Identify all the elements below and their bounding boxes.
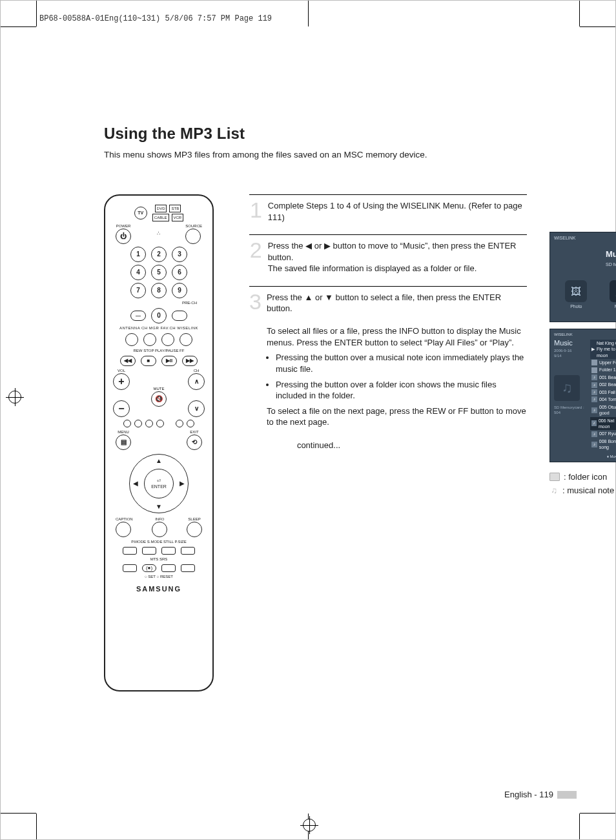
continued-text: continued... <box>249 440 388 451</box>
arrow-down-icon: ▼ <box>156 502 162 511</box>
info-label: INFO <box>152 517 167 522</box>
digit-5: 5 <box>151 265 167 280</box>
vcr-label: VCR <box>172 214 184 221</box>
bullet: Pressing the button over a folder icon s… <box>276 379 527 402</box>
step-2: 2 Press the ◀ or ▶ button to move to “Mu… <box>249 240 527 274</box>
stop-icon: ■ <box>141 356 156 366</box>
cable-label: CABLE <box>152 214 169 221</box>
nav-ring: ▲ ▼ ◀ ▶ ⏎ENTER <box>129 454 189 513</box>
transport-labels: REW STOP PLAY/PAUSE FF <box>112 349 206 353</box>
musical-note-icon: ♫ <box>549 486 559 495</box>
list-item: ♪002 Beatles-Yesterday00:04:28 <box>590 381 616 388</box>
tv-button: TV <box>134 207 147 220</box>
digit-3: 3 <box>172 247 187 262</box>
caption-label: CAPTION <box>116 517 133 522</box>
page-footer: English - 119 <box>504 789 577 801</box>
play-pause-icon: ▶II <box>161 356 177 366</box>
ff-icon: ▶▶ <box>182 356 198 366</box>
step-3: 3 Press the ▲ or ▼ button to select a fi… <box>249 292 527 428</box>
list-item: ♪005 Otua Manglore-Feel So good00:04:05 <box>590 404 616 417</box>
arrow-right-icon: ▶ <box>180 479 185 488</box>
intro-text: This menu shows MP3 files from among the… <box>104 149 577 161</box>
remote-illustration: TV DVD STB CABLE VCR <box>104 194 214 691</box>
musical-note-icon: ♪ <box>591 420 597 426</box>
bullet: Pressing the button over a musical note … <box>276 352 527 374</box>
musical-note-icon: ♪ <box>591 382 597 388</box>
prech-button <box>172 311 187 321</box>
music-icon: 🎵 <box>610 280 616 302</box>
digit-8: 8 <box>151 283 167 298</box>
menu-label: MENU <box>116 430 131 435</box>
source-button <box>185 229 201 244</box>
brand-logo: SAMSUNG <box>112 584 206 594</box>
source-label: SOURCE <box>185 224 202 229</box>
screenshot-music-menu: WISELINK Music SD Memorycard/ 504 🖼Photo… <box>549 232 616 322</box>
menu-icon: ▤ <box>116 435 131 450</box>
ch-label: CH <box>188 369 205 373</box>
rew-icon: ◀◀ <box>120 356 136 366</box>
digit-2: 2 <box>151 247 167 262</box>
content: Using the MP3 List This menu shows MP3 f… <box>39 39 577 801</box>
note-icon: ♫ <box>554 375 580 401</box>
musical-note-icon: ♪ <box>591 431 597 437</box>
registration-mark-icon <box>303 819 316 832</box>
mute-icon: 🔇 <box>151 391 167 407</box>
set-reset: ○ SET ○ RESET <box>112 575 206 579</box>
musical-note-icon: ♪ <box>591 374 597 380</box>
digit-1: 1 <box>130 247 146 262</box>
power-icon: ⏻ <box>116 229 131 244</box>
enter-button: ⏎ENTER <box>144 469 174 498</box>
digit-6: 6 <box>172 265 187 280</box>
digit-4: 4 <box>130 265 146 280</box>
power-label: POWER <box>116 224 131 229</box>
music-title: Music <box>606 249 616 260</box>
digit-0: 0 <box>151 308 167 323</box>
musical-note-icon: ♪ <box>591 442 597 447</box>
page: BP68-00588A-01Eng(110~131) 5/8/06 7:57 P… <box>0 0 616 840</box>
musical-note-icon: ♪ <box>591 407 597 413</box>
legend-note: ♫ : musical note icon <box>549 485 616 497</box>
musical-note-icon: ♪ <box>591 389 597 395</box>
slug-line: BP68-00588A-01Eng(110~131) 5/8/06 7:57 P… <box>39 14 272 24</box>
row-labels: ANTENNA CH MGR FAV.CH WISELINK <box>112 326 206 331</box>
row3-labels: MTS SRS <box>112 557 206 562</box>
folder-icon <box>549 473 560 481</box>
legend-folder: : folder icon <box>549 471 616 483</box>
prech-label: PRE-CH <box>112 301 197 305</box>
arrow-up-icon: ▲ <box>156 456 162 466</box>
stb-label: STB <box>169 205 181 212</box>
folder-icon <box>591 367 597 373</box>
list-item: ♪003 Fall in Love00:04:12 <box>590 389 616 396</box>
vol-label: VOL <box>113 369 130 373</box>
mute-label: MUTE <box>151 387 167 391</box>
list-item: Folder 1 <box>590 366 616 373</box>
row2-labels: P.MODE S.MODE STILL P.SIZE <box>112 540 206 544</box>
digit-7: 7 <box>130 283 146 298</box>
list-item: ♪008 Bon jovi-This ain't a love song00:0… <box>590 438 616 451</box>
dvd-label: DVD <box>155 205 167 212</box>
registration-mark-icon <box>8 391 21 404</box>
list-item: ♪004 Tom Waits-Time00:05:39 <box>590 396 616 403</box>
screenshot-file-list: WISELINK Music 2006-9-16 9/14 ♫ SD Memor… <box>549 329 616 462</box>
list-item: ♪007 Ryuichi Sakamoto-Raul00:03:04 <box>590 430 616 437</box>
dash-button: — <box>130 311 146 321</box>
list-item: ♪006 Nat King Cole-Fly me to the moon00:… <box>590 417 616 431</box>
exit-label: EXIT <box>187 430 202 435</box>
musical-note-icon: ♪ <box>591 396 597 402</box>
digit-9: 9 <box>172 283 187 298</box>
arrow-left-icon: ◀ <box>133 479 138 488</box>
folder-icon <box>591 360 597 365</box>
exit-icon: ⟲ <box>187 435 202 450</box>
list-item: ♪001 Bean Song (feat.TBNY)00:04:01 <box>590 374 616 381</box>
page-title: Using the MP3 List <box>104 123 577 144</box>
list-item: Upper Folder <box>590 359 616 366</box>
step-1: 1 Complete Steps 1 to 4 of Using the WIS… <box>249 200 527 223</box>
photo-icon: 🖼 <box>565 280 587 302</box>
sleep-label: SLEEP <box>187 517 202 522</box>
